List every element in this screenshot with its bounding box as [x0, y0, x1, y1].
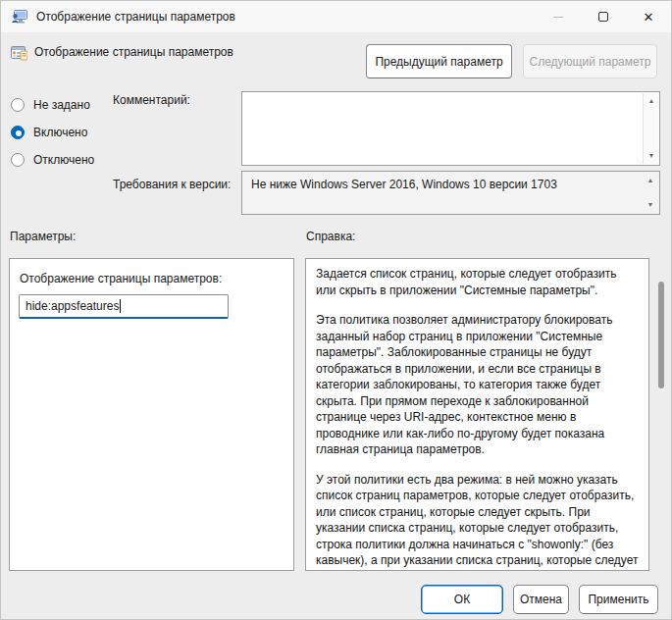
radio-circle-icon [11, 98, 25, 112]
previous-setting-button[interactable]: Предыдущий параметр [366, 44, 512, 78]
settings-page-list-label: Отображение страницы параметров: [20, 272, 222, 285]
radio-circle-icon [11, 126, 25, 139]
help-scrollbar-thumb[interactable] [658, 282, 664, 388]
help-paragraph: Задается список страниц, которые следует… [316, 266, 639, 298]
policy-dialog-window: Отображение страницы параметров ✕ Отобра… [0, 0, 672, 620]
version-label: Требования к версии: [113, 178, 231, 191]
cancel-button[interactable]: Отмена [513, 585, 569, 614]
version-textbox: Не ниже Windows Server 2016, Windows 10 … [241, 171, 660, 215]
apply-button[interactable]: Применить [579, 585, 658, 614]
help-panel[interactable]: Задается список страниц, которые следует… [305, 258, 649, 571]
window-title: Отображение страницы параметров [36, 1, 235, 32]
options-panel: Отображение страницы параметров: hide:ap… [9, 258, 294, 571]
ok-button[interactable]: ОК [421, 585, 503, 614]
version-scrollbar[interactable]: ▲ ▼ [643, 173, 658, 213]
options-section-label: Параметры: [10, 230, 76, 243]
title-bar: Отображение страницы параметров ✕ [1, 1, 671, 32]
comment-scrollbar[interactable]: ▲ ▼ [643, 93, 658, 164]
text-caret [120, 299, 121, 313]
next-setting-button: Следующий параметр [523, 44, 657, 78]
window-controls: ✕ [536, 1, 671, 32]
minimize-icon [536, 1, 581, 32]
help-section-label: Справка: [306, 230, 355, 243]
group-policy-icon [11, 8, 28, 26]
input-value: hide:appsfeatures [26, 299, 119, 313]
policy-setting-icon [11, 45, 27, 61]
comment-label: Комментарий: [113, 93, 190, 107]
scroll-down-icon[interactable]: ▼ [644, 151, 659, 161]
help-paragraph: У этой политики есть два режима: в ней м… [316, 472, 639, 572]
policy-name: Отображение страницы параметров [34, 44, 233, 60]
close-icon[interactable]: ✕ [626, 1, 671, 32]
help-paragraph: Эта политика позволяет администратору бл… [316, 312, 639, 458]
scroll-up-icon[interactable]: ▲ [643, 176, 658, 185]
maximize-icon[interactable] [581, 1, 626, 32]
comment-textarea[interactable]: ▲ ▼ [241, 91, 660, 166]
radio-circle-icon [11, 153, 25, 167]
scroll-up-icon[interactable]: ▲ [644, 96, 659, 106]
radio-not-configured[interactable]: Не задано [11, 95, 90, 115]
scroll-down-icon[interactable]: ▼ [643, 200, 658, 210]
version-value: Не ниже Windows Server 2016, Windows 10 … [251, 178, 638, 192]
settings-page-list-input[interactable]: hide:appsfeatures [19, 294, 229, 319]
radio-enabled[interactable]: Включено [11, 123, 87, 142]
radio-disabled[interactable]: Отключено [11, 150, 94, 170]
